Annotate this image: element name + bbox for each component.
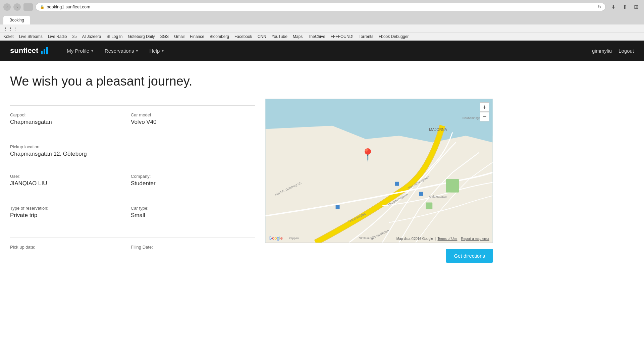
navbar-right: gimmyliu Logout (592, 48, 634, 54)
svg-text:MAJORNA: MAJORNA (429, 127, 447, 132)
divider-1 (10, 105, 255, 106)
bookmark-item[interactable]: Facebook (234, 34, 252, 39)
carpool-label: Carpool: (10, 112, 131, 117)
reservations-caret: ▼ (136, 49, 139, 53)
apps-icon[interactable]: ⋮⋮⋮ (3, 26, 17, 31)
navbar: sunfleet My Profile ▼ Reservations ▼ Hel… (0, 41, 644, 61)
svg-text:Galateagatan: Galateagatan (429, 195, 447, 198)
user-value: JIANQIAO LIU (10, 180, 131, 187)
back-button[interactable]: ‹ (3, 3, 11, 11)
pickup-date-block: Pick up date: (10, 245, 131, 251)
forward-button[interactable]: › (13, 3, 21, 11)
share-button[interactable]: ⬆ (620, 3, 629, 11)
bookmark-item[interactable]: YouTube (272, 34, 287, 39)
divider-3 (10, 238, 255, 238)
help-nav[interactable]: Help ▼ (144, 41, 170, 61)
active-tab[interactable]: Booking (3, 16, 30, 24)
svg-rect-6 (419, 192, 423, 196)
car-type-block: Car type: Small (131, 206, 252, 219)
page-title: We wish you a pleasant journey. (10, 74, 634, 89)
brand-logo[interactable]: sunfleet (10, 46, 48, 55)
pickup-block: Pickup location: Chapmansgatan 12, Göteb… (10, 144, 252, 157)
brand-text: sunfleet (10, 46, 38, 55)
user-block: User: JIANQIAO LIU (10, 174, 131, 187)
info-panel: Carpool: Chapmansgatan Car model Volvo V… (10, 102, 255, 270)
company-block: Company: Studenter (131, 174, 252, 187)
bookmark-item[interactable]: Live Radio (48, 34, 67, 39)
reservations-nav[interactable]: Reservations ▼ (99, 41, 144, 61)
address-text: booking1.sunfleet.com (47, 4, 90, 9)
bookmark-item[interactable]: Bloomberg (210, 34, 229, 39)
download-button[interactable]: ⬇ (608, 3, 618, 11)
carpool-block: Carpool: Chapmansgatan (10, 112, 131, 125)
username-display: gimmyliu (592, 48, 612, 54)
bookmark-item[interactable]: Göteborg Daily (128, 34, 155, 39)
brand-icon (41, 47, 48, 54)
bookmark-item[interactable]: FFFFOUND! (331, 34, 354, 39)
svg-rect-3 (446, 179, 459, 193)
company-label: Company: (131, 174, 252, 179)
sidebar-button[interactable] (23, 3, 33, 11)
svg-rect-7 (395, 182, 399, 186)
bookmark-item[interactable]: Fbook Debugger (379, 34, 409, 39)
nav-links: My Profile ▼ Reservations ▼ Help ▼ (61, 41, 170, 61)
my-profile-nav[interactable]: My Profile ▼ (61, 41, 99, 61)
help-caret: ▼ (161, 49, 164, 53)
bookmark-item[interactable]: Live Streams (19, 34, 43, 39)
filing-date-block: Filing Date: (131, 245, 252, 251)
pickup-value: Chapmansgatan 12, Göteborg (10, 151, 252, 157)
address-bar[interactable]: 🔒 booking1.sunfleet.com ↻ (36, 3, 606, 11)
reload-icon[interactable]: ↻ (598, 4, 601, 9)
main-content: We wish you a pleasant journey. Carpool:… (0, 61, 644, 280)
svg-rect-4 (426, 203, 432, 209)
profile-caret: ▼ (91, 49, 94, 53)
user-label: User: (10, 174, 131, 179)
logout-button[interactable]: Logout (619, 48, 634, 54)
map-credits: Map data ©2016 Google | Terms of Use Rep… (396, 237, 489, 241)
filing-date-label: Filing Date: (131, 245, 252, 250)
map-zoom-controls: + − (480, 102, 489, 121)
pickup-label: Pickup location: (10, 144, 252, 149)
extensions-button[interactable]: ⊞ (631, 3, 641, 11)
lock-icon: 🔒 (40, 5, 45, 9)
car-model-block: Car model Volvo V40 (131, 112, 252, 125)
bookmark-item[interactable]: TheChive (308, 34, 325, 39)
bookmark-item[interactable]: SGS (160, 34, 169, 39)
map-container[interactable]: MAJORNA Fiskhamnsga... Oscarsleden Oscar… (265, 99, 493, 243)
get-directions-button[interactable]: Get directions (446, 249, 493, 263)
bookmark-item[interactable]: 25 (72, 34, 76, 39)
bookmark-item[interactable]: Al Jazeera (82, 34, 101, 39)
zoom-in-button[interactable]: + (480, 102, 489, 112)
bookmarks-bar: ⋮⋮⋮ (0, 24, 644, 33)
bookmarks-list: KöketLive StreamsLive Radio25Al JazeeraS… (0, 33, 644, 41)
content-layout: Carpool: Chapmansgatan Car model Volvo V… (10, 102, 634, 270)
map-svg: MAJORNA Fiskhamnsga... Oscarsleden Oscar… (265, 99, 493, 243)
reservation-type-block: Type of reservation: Private trip (10, 206, 131, 219)
bookmark-item[interactable]: Torrents (359, 34, 373, 39)
reservation-type-value: Private trip (10, 212, 131, 219)
svg-rect-5 (336, 205, 340, 209)
bookmark-item[interactable]: Gmail (174, 34, 184, 39)
bookmark-item[interactable]: SI Log In (106, 34, 122, 39)
bookmark-item[interactable]: Finance (190, 34, 204, 39)
terms-of-use-link[interactable]: Terms of Use (437, 237, 457, 241)
bookmark-item[interactable]: Köket (3, 34, 14, 39)
car-model-label: Car model (131, 112, 252, 117)
map-panel: MAJORNA Fiskhamnsga... Oscarsleden Oscar… (265, 99, 493, 270)
svg-text:Slottsskogen: Slottsskogen (359, 237, 376, 240)
reservation-type-label: Type of reservation: (10, 206, 131, 211)
google-logo: Google (269, 235, 283, 241)
car-type-label: Car type: (131, 206, 252, 211)
map-pin: 📍 (360, 148, 375, 162)
bookmark-item[interactable]: Maps (293, 34, 303, 39)
zoom-out-button[interactable]: − (480, 112, 489, 121)
bookmark-item[interactable]: CNN (258, 34, 266, 39)
company-value: Studenter (131, 180, 252, 187)
svg-text:Klippan: Klippan (289, 237, 299, 240)
divider-2 (10, 167, 255, 167)
car-type-value: Small (131, 212, 252, 219)
carpool-value: Chapmansgatan (10, 119, 131, 125)
pickup-date-label: Pick up date: (10, 245, 131, 250)
car-model-value: Volvo V40 (131, 119, 252, 125)
report-map-error-link[interactable]: Report a map error (461, 237, 489, 241)
